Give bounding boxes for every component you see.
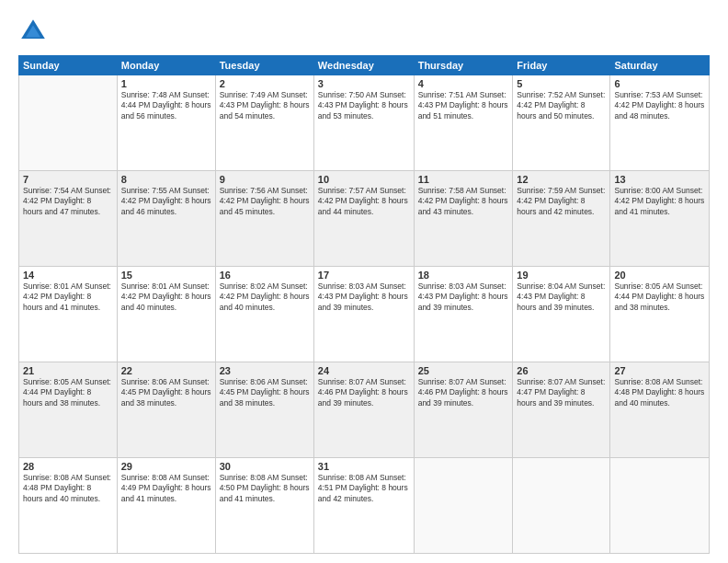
day-number: 12 [517,174,606,185]
day-info: Sunrise: 8:04 AM Sunset: 4:43 PM Dayligh… [517,282,606,313]
table-row: 29Sunrise: 8:08 AM Sunset: 4:49 PM Dayli… [117,458,215,554]
day-info: Sunrise: 8:06 AM Sunset: 4:45 PM Dayligh… [121,377,211,408]
table-row [414,458,513,554]
header-monday: Monday [117,56,215,75]
header-wednesday: Wednesday [313,56,414,75]
day-number: 18 [418,270,509,281]
day-number: 10 [318,174,410,185]
logo-icon [18,17,48,46]
day-info: Sunrise: 7:54 AM Sunset: 4:42 PM Dayligh… [23,186,113,217]
day-info: Sunrise: 8:07 AM Sunset: 4:46 PM Dayligh… [418,377,509,408]
table-row: 11Sunrise: 7:58 AM Sunset: 4:42 PM Dayli… [414,171,513,267]
day-number: 4 [418,78,509,89]
table-row: 1Sunrise: 7:48 AM Sunset: 4:44 PM Daylig… [117,75,215,171]
day-info: Sunrise: 8:01 AM Sunset: 4:42 PM Dayligh… [121,282,211,313]
day-number: 11 [418,174,509,185]
table-row: 26Sunrise: 8:07 AM Sunset: 4:47 PM Dayli… [513,362,610,458]
day-info: Sunrise: 8:05 AM Sunset: 4:44 PM Dayligh… [23,377,113,408]
day-number: 20 [614,270,705,281]
table-row: 7Sunrise: 7:54 AM Sunset: 4:42 PM Daylig… [19,171,118,267]
table-row: 21Sunrise: 8:05 AM Sunset: 4:44 PM Dayli… [19,362,118,458]
day-number: 27 [614,365,705,376]
day-info: Sunrise: 8:01 AM Sunset: 4:42 PM Dayligh… [23,282,113,313]
table-row: 18Sunrise: 8:03 AM Sunset: 4:43 PM Dayli… [414,267,513,362]
day-number: 28 [23,461,113,472]
day-info: Sunrise: 8:06 AM Sunset: 4:45 PM Dayligh… [220,377,310,408]
day-number: 21 [23,365,113,376]
day-number: 7 [23,174,113,185]
day-number: 9 [220,174,310,185]
week-row-0: 1Sunrise: 7:48 AM Sunset: 4:44 PM Daylig… [19,75,710,171]
table-row: 8Sunrise: 7:55 AM Sunset: 4:42 PM Daylig… [117,171,215,267]
day-info: Sunrise: 7:55 AM Sunset: 4:42 PM Dayligh… [121,186,211,217]
day-number: 13 [614,174,705,185]
week-row-3: 21Sunrise: 8:05 AM Sunset: 4:44 PM Dayli… [19,362,710,458]
day-info: Sunrise: 7:50 AM Sunset: 4:43 PM Dayligh… [318,90,410,121]
day-info: Sunrise: 8:08 AM Sunset: 4:48 PM Dayligh… [23,473,113,504]
day-number: 26 [517,365,606,376]
day-number: 8 [121,174,211,185]
week-row-1: 7Sunrise: 7:54 AM Sunset: 4:42 PM Daylig… [19,171,710,267]
day-info: Sunrise: 8:00 AM Sunset: 4:42 PM Dayligh… [614,186,705,217]
day-info: Sunrise: 8:08 AM Sunset: 4:50 PM Dayligh… [220,473,310,504]
day-info: Sunrise: 8:07 AM Sunset: 4:46 PM Dayligh… [318,377,410,408]
day-info: Sunrise: 8:07 AM Sunset: 4:47 PM Dayligh… [517,377,606,408]
table-row: 19Sunrise: 8:04 AM Sunset: 4:43 PM Dayli… [513,267,610,362]
day-number: 23 [220,365,310,376]
day-info: Sunrise: 7:59 AM Sunset: 4:42 PM Dayligh… [517,186,606,217]
table-row: 30Sunrise: 8:08 AM Sunset: 4:50 PM Dayli… [215,458,313,554]
day-info: Sunrise: 7:51 AM Sunset: 4:43 PM Dayligh… [418,90,509,121]
table-row [19,75,118,171]
table-row: 15Sunrise: 8:01 AM Sunset: 4:42 PM Dayli… [117,267,215,362]
day-info: Sunrise: 8:03 AM Sunset: 4:43 PM Dayligh… [418,282,509,313]
table-row: 24Sunrise: 8:07 AM Sunset: 4:46 PM Dayli… [313,362,414,458]
day-number: 2 [220,78,310,89]
table-row: 4Sunrise: 7:51 AM Sunset: 4:43 PM Daylig… [414,75,513,171]
day-number: 16 [220,270,310,281]
day-info: Sunrise: 7:52 AM Sunset: 4:42 PM Dayligh… [517,90,606,121]
day-number: 29 [121,461,211,472]
table-row: 27Sunrise: 8:08 AM Sunset: 4:48 PM Dayli… [610,362,710,458]
header-tuesday: Tuesday [215,56,313,75]
table-row: 23Sunrise: 8:06 AM Sunset: 4:45 PM Dayli… [215,362,313,458]
calendar-header-row: SundayMondayTuesdayWednesdayThursdayFrid… [19,56,710,75]
day-info: Sunrise: 7:48 AM Sunset: 4:44 PM Dayligh… [121,90,211,121]
day-number: 1 [121,78,211,89]
day-info: Sunrise: 8:05 AM Sunset: 4:44 PM Dayligh… [614,282,705,313]
table-row: 12Sunrise: 7:59 AM Sunset: 4:42 PM Dayli… [513,171,610,267]
table-row: 28Sunrise: 8:08 AM Sunset: 4:48 PM Dayli… [19,458,118,554]
day-number: 6 [614,78,705,89]
week-row-4: 28Sunrise: 8:08 AM Sunset: 4:48 PM Dayli… [19,458,710,554]
day-info: Sunrise: 8:08 AM Sunset: 4:49 PM Dayligh… [121,473,211,504]
table-row: 14Sunrise: 8:01 AM Sunset: 4:42 PM Dayli… [19,267,118,362]
calendar-table: SundayMondayTuesdayWednesdayThursdayFrid… [18,55,710,554]
table-row: 31Sunrise: 8:08 AM Sunset: 4:51 PM Dayli… [313,458,414,554]
day-info: Sunrise: 7:58 AM Sunset: 4:42 PM Dayligh… [418,186,509,217]
logo [18,17,53,46]
day-info: Sunrise: 8:08 AM Sunset: 4:51 PM Dayligh… [318,473,410,504]
header-saturday: Saturday [610,56,710,75]
table-row: 13Sunrise: 8:00 AM Sunset: 4:42 PM Dayli… [610,171,710,267]
header-thursday: Thursday [414,56,513,75]
table-row [610,458,710,554]
day-number: 3 [318,78,410,89]
day-number: 24 [318,365,410,376]
day-number: 22 [121,365,211,376]
day-number: 25 [418,365,509,376]
week-row-2: 14Sunrise: 8:01 AM Sunset: 4:42 PM Dayli… [19,267,710,362]
header-sunday: Sunday [19,56,118,75]
header-friday: Friday [513,56,610,75]
table-row: 20Sunrise: 8:05 AM Sunset: 4:44 PM Dayli… [610,267,710,362]
table-row: 9Sunrise: 7:56 AM Sunset: 4:42 PM Daylig… [215,171,313,267]
day-info: Sunrise: 7:53 AM Sunset: 4:42 PM Dayligh… [614,90,705,121]
day-info: Sunrise: 7:57 AM Sunset: 4:42 PM Dayligh… [318,186,410,217]
day-info: Sunrise: 7:56 AM Sunset: 4:42 PM Dayligh… [220,186,310,217]
table-row: 22Sunrise: 8:06 AM Sunset: 4:45 PM Dayli… [117,362,215,458]
day-number: 15 [121,270,211,281]
table-row: 3Sunrise: 7:50 AM Sunset: 4:43 PM Daylig… [313,75,414,171]
day-number: 31 [318,461,410,472]
day-info: Sunrise: 8:03 AM Sunset: 4:43 PM Dayligh… [318,282,410,313]
table-row: 2Sunrise: 7:49 AM Sunset: 4:43 PM Daylig… [215,75,313,171]
day-info: Sunrise: 8:02 AM Sunset: 4:42 PM Dayligh… [220,282,310,313]
table-row: 5Sunrise: 7:52 AM Sunset: 4:42 PM Daylig… [513,75,610,171]
